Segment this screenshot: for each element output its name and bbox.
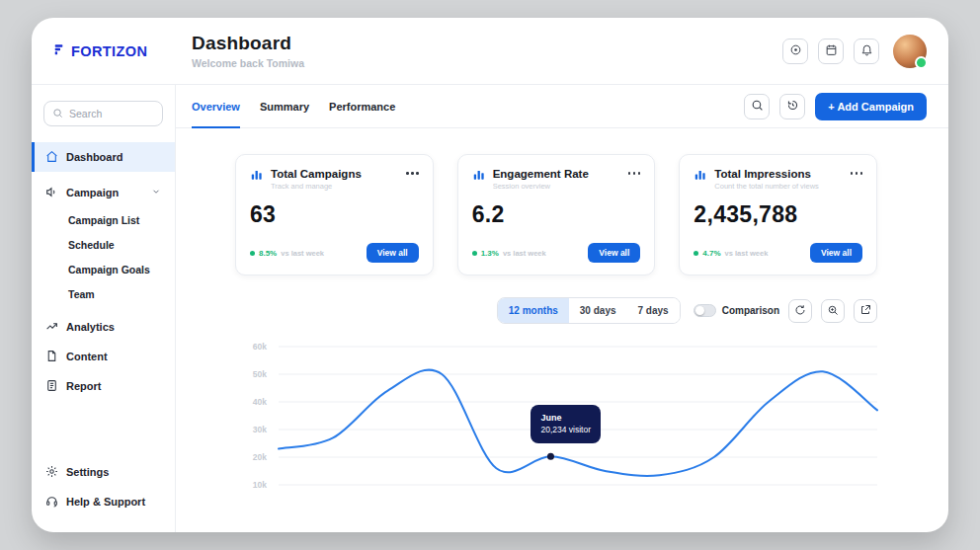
report-icon — [45, 379, 58, 394]
sidebar-item-team[interactable]: Team — [32, 281, 175, 306]
range-30-days[interactable]: 30 days — [569, 298, 627, 323]
y-tick-label: 60k — [253, 342, 267, 352]
y-tick-label: 40k — [253, 397, 267, 407]
zoom-in-icon — [827, 302, 839, 320]
notifications-button[interactable] — [854, 39, 879, 64]
delta-up-icon — [472, 251, 477, 256]
bar-chart-icon — [472, 168, 486, 186]
megaphone-icon — [45, 186, 58, 200]
headset-icon — [45, 495, 58, 510]
history-button[interactable] — [779, 94, 805, 119]
user-avatar[interactable] — [893, 35, 927, 68]
range-selector: 12 months 30 days 7 days — [497, 297, 681, 324]
sidebar-item-report[interactable]: Report — [32, 371, 175, 401]
sidebar-item-content[interactable]: Content — [32, 342, 175, 371]
app-window: FORTIZON Dashboard Welcome back Tomiwa — [32, 18, 948, 532]
sidebar: Dashboard Campaign Campaign List Schedul… — [32, 85, 176, 532]
sidebar-item-label: Dashboard — [66, 151, 122, 163]
stat-card-total-campaigns: Total Campaigns Track and manage 63 8.5%… — [235, 154, 434, 275]
bar-chart-icon — [250, 168, 264, 186]
time-button[interactable] — [782, 39, 808, 64]
export-icon — [859, 302, 871, 320]
sidebar-item-settings[interactable]: Settings — [32, 457, 175, 487]
zoom-in-button[interactable] — [821, 299, 845, 323]
card-title: Total Campaigns — [271, 168, 362, 180]
main-area: Overview Summary Performance — [176, 85, 948, 532]
gear-icon — [45, 465, 58, 480]
sidebar-item-label: Help & Support — [66, 496, 145, 508]
y-tick-label: 20k — [253, 452, 267, 462]
history-icon — [786, 98, 799, 116]
y-tick-label: 10k — [253, 480, 267, 490]
brand-logo-icon — [53, 42, 67, 59]
target-icon — [789, 42, 802, 60]
card-title: Total Impressions — [714, 168, 818, 180]
tab-summary[interactable]: Summary — [260, 85, 309, 127]
refresh-button[interactable] — [788, 299, 812, 323]
delta-up-icon — [694, 251, 698, 256]
calendar-button[interactable] — [818, 39, 844, 64]
refresh-icon — [794, 302, 806, 320]
sidebar-item-campaign-list[interactable]: Campaign List — [32, 207, 175, 232]
y-tick-label: 50k — [253, 369, 267, 379]
view-all-button[interactable]: View all — [810, 243, 862, 263]
comparison-toggle[interactable] — [694, 304, 716, 317]
page-title: Dashboard — [192, 33, 304, 54]
bell-icon — [860, 42, 873, 60]
chart-tooltip: June 20,234 visitor — [531, 405, 601, 442]
delta-value: 8.5% — [259, 249, 277, 258]
search-button[interactable] — [744, 94, 770, 119]
sidebar-item-analytics[interactable]: Analytics — [32, 312, 175, 342]
y-tick-label: 30k — [253, 425, 267, 434]
sidebar-item-schedule[interactable]: Schedule — [32, 232, 175, 257]
tooltip-month: June — [540, 412, 591, 425]
search-icon — [751, 98, 764, 116]
sidebar-item-label: Analytics — [66, 321, 115, 333]
more-options-icon[interactable] — [628, 168, 641, 175]
search-input[interactable] — [69, 108, 154, 119]
chart-y-axis: 60k50k40k30k20k10k — [235, 342, 279, 490]
delta-note: vs last week — [281, 249, 324, 258]
search-icon — [52, 105, 63, 122]
header: FORTIZON Dashboard Welcome back Tomiwa — [32, 18, 948, 85]
trending-up-icon — [45, 320, 58, 335]
sidebar-item-campaign-goals[interactable]: Campaign Goals — [32, 257, 175, 281]
page-subtitle: Welcome back Tomiwa — [192, 57, 304, 69]
tab-bar: Overview Summary Performance — [176, 85, 948, 128]
sidebar-search[interactable] — [43, 101, 163, 126]
card-subtitle: Count the total number of views — [714, 182, 818, 191]
sidebar-item-label: Report — [66, 380, 101, 392]
card-title: Engagement Rate — [493, 168, 589, 180]
stat-card-engagement-rate: Engagement Rate Session overview 6.2 1.3… — [457, 154, 656, 275]
tab-performance[interactable]: Performance — [329, 85, 395, 127]
file-icon — [45, 350, 58, 364]
view-all-button[interactable]: View all — [588, 243, 640, 263]
stat-card-total-impressions: Total Impressions Count the total number… — [679, 154, 877, 275]
chevron-down-icon — [151, 187, 161, 198]
range-12-months[interactable]: 12 months — [498, 298, 569, 323]
more-options-icon[interactable] — [406, 168, 419, 175]
visitors-line-chart[interactable]: June 20,234 visitor — [279, 342, 877, 490]
view-all-button[interactable]: View all — [367, 243, 419, 263]
stat-cards-row: Total Campaigns Track and manage 63 8.5%… — [235, 154, 877, 275]
home-icon — [45, 150, 58, 165]
sidebar-item-campaign[interactable]: Campaign — [32, 178, 175, 207]
card-subtitle: Track and manage — [271, 182, 362, 191]
bar-chart-icon — [694, 168, 707, 186]
brand-name: FORTIZON — [71, 43, 147, 59]
delta-note: vs last week — [503, 249, 546, 258]
more-options-icon[interactable] — [851, 168, 863, 175]
card-value: 2,435,788 — [694, 201, 862, 228]
delta-up-icon — [250, 251, 255, 256]
export-button[interactable] — [854, 299, 877, 323]
sidebar-item-dashboard[interactable]: Dashboard — [32, 142, 175, 172]
tab-overview[interactable]: Overview — [192, 85, 240, 127]
sidebar-item-label: Content — [66, 351, 108, 362]
card-value: 6.2 — [472, 201, 641, 228]
add-campaign-button[interactable]: + Add Campaign — [815, 93, 927, 120]
card-value: 63 — [250, 201, 419, 228]
tooltip-value: 20,234 visitor — [540, 425, 591, 436]
sidebar-item-help-support[interactable]: Help & Support — [32, 487, 175, 516]
range-7-days[interactable]: 7 days — [627, 298, 680, 323]
delta-value: 1.3% — [481, 249, 499, 258]
